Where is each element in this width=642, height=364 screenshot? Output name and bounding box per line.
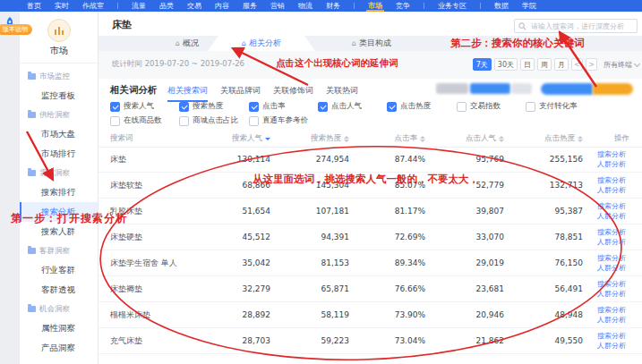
table-row: 乳胶床垫51,654107,18181.17%39,80795,387搜索分析人… — [98, 199, 642, 224]
date-filter-周[interactable]: 周 — [537, 58, 552, 71]
column-header-点击率[interactable]: 点击率 — [362, 133, 438, 144]
sidebar-item-产品洞察[interactable]: 产品洞察 — [20, 338, 98, 358]
action-link-人群分析[interactable]: 人群分析 — [597, 238, 633, 247]
table-row: 榻榻米床垫28,89258,11973.90%20,94648,948搜索分析人… — [98, 302, 642, 328]
sidebar-item-市场大盘[interactable]: 市场大盘 — [20, 124, 98, 144]
sidebar-item-搜索分析[interactable]: 搜索分析 — [20, 202, 98, 222]
sidebar-item-客群透视[interactable]: 客群透视 — [20, 280, 98, 300]
value-cell: 94,391 — [283, 233, 362, 241]
column-header-点击人气[interactable]: 点击人气 — [438, 133, 517, 144]
nav-item-营销[interactable]: 营销 — [270, 0, 285, 12]
prev-page-button[interactable]: < — [571, 58, 583, 71]
redacted-button[interactable] — [541, 83, 593, 95]
nav-item-市场[interactable]: 市场 — [368, 0, 382, 12]
value-cell: 45,512 — [204, 233, 283, 241]
nav-item-财务[interactable]: 财务 — [326, 0, 340, 12]
column-header-搜索热度[interactable]: 搜索热度 — [283, 133, 362, 144]
metric-搜索热度[interactable]: 搜索热度 — [179, 101, 223, 112]
date-filter-7天[interactable]: 7天 — [473, 58, 492, 71]
column-header-点击热度[interactable]: 点击热度 — [517, 133, 595, 144]
metric-点击热度[interactable]: 点击热度 — [387, 101, 431, 112]
nav-item-竞争[interactable]: 竞争 — [396, 0, 410, 12]
column-header-搜索人气[interactable]: 搜索人气 — [204, 133, 283, 144]
date-filter-日[interactable]: 日 — [520, 58, 535, 71]
date-filter-30天[interactable]: 30天 — [494, 58, 518, 71]
nav-item-数据[interactable]: 数据 — [494, 0, 509, 12]
action-link-人群分析[interactable]: 人群分析 — [597, 186, 633, 195]
keyword-cell: 榻榻米床垫 — [110, 309, 204, 321]
action-link-人群分析[interactable]: 人群分析 — [597, 290, 633, 299]
metric-在线商品数[interactable]: 在线商品数 — [110, 115, 162, 126]
action-link-搜索分析[interactable]: 搜索分析 — [597, 150, 633, 159]
metric-点击人气[interactable]: 点击人气 — [318, 101, 362, 112]
metric-商城点击占比[interactable]: 商城点击占比 — [179, 115, 238, 126]
action-link-搜索分析[interactable]: 搜索分析 — [597, 332, 633, 341]
redacted-button[interactable] — [593, 83, 633, 95]
sidebar-group-供给洞察[interactable]: 供给洞察 — [20, 106, 98, 124]
table-header: 搜索词搜索人气搜索热度点击率点击人气点击热度操作 — [98, 131, 642, 148]
search-input[interactable] — [529, 21, 633, 31]
action-link-人群分析[interactable]: 人群分析 — [597, 342, 633, 351]
next-page-button[interactable]: > — [586, 58, 597, 71]
panel-tab-相关搜索词[interactable]: 相关搜索词 — [167, 85, 208, 102]
tab-概况[interactable]: ⌂概况 — [160, 36, 214, 51]
redacted-button[interactable] — [436, 83, 468, 94]
nav-item-物流[interactable]: 物流 — [298, 0, 312, 12]
sidebar-module-market[interactable]: 市场 — [20, 12, 98, 63]
sidebar-item-监控看板[interactable]: 监控看板 — [20, 86, 98, 106]
redacted-button[interactable] — [470, 83, 510, 94]
action-link-搜索分析[interactable]: 搜索分析 — [597, 202, 633, 211]
value-cell: 33,070 — [438, 233, 517, 241]
action-link-搜索分析[interactable]: 搜索分析 — [597, 176, 633, 185]
metric-支付转化率[interactable]: 支付转化率 — [526, 101, 578, 112]
metric-搜索人气[interactable]: 搜索人气 — [110, 101, 154, 112]
version-badge[interactable]: 版本说明 — [0, 24, 32, 35]
sidebar-item-市场排行[interactable]: 市场排行 — [20, 144, 98, 164]
keyword-search-box[interactable] — [514, 19, 638, 33]
action-link-搜索分析[interactable]: 搜索分析 — [597, 280, 633, 289]
metric-直通车参考价[interactable]: 直通车参考价 — [249, 115, 308, 126]
action-link-人群分析[interactable]: 人群分析 — [597, 160, 633, 169]
nav-item-学院[interactable]: 学院 — [522, 0, 536, 12]
sidebar-item-搜索排行[interactable]: 搜索排行 — [20, 182, 98, 202]
nav-item-业务专区[interactable]: 业务专区 — [438, 0, 467, 12]
sidebar-item-行业客群[interactable]: 行业客群 — [20, 260, 98, 280]
tab-类目构成[interactable]: ⌂类目构成 — [336, 36, 407, 51]
panel-tab-关联修饰词[interactable]: 关联修饰词 — [273, 85, 313, 102]
filter-strip: 统计时间 2019-07-20 ~ 2019-07-26 7天30天日周月 < … — [98, 51, 642, 80]
action-link-搜索分析[interactable]: 搜索分析 — [597, 254, 633, 263]
panel-tab-关联品牌词[interactable]: 关联品牌词 — [220, 85, 261, 102]
nav-item-首页[interactable]: 首页 — [27, 0, 41, 12]
action-link-搜索分析[interactable]: 搜索分析 — [597, 228, 633, 237]
nav-item-内容[interactable]: 内容 — [215, 0, 229, 12]
folder-icon — [28, 248, 36, 254]
row-actions: 搜索分析人群分析 — [595, 332, 633, 351]
nav-item-交易[interactable]: 交易 — [187, 0, 201, 12]
checkbox — [110, 116, 120, 126]
sidebar-group-机会洞察[interactable]: 机会洞察 — [20, 300, 98, 318]
terminal-filter-dropdown[interactable]: 所有终端 — [603, 60, 639, 70]
action-link-人群分析[interactable]: 人群分析 — [597, 316, 633, 325]
date-filter-月[interactable]: 月 — [554, 58, 569, 71]
value-cell: 20,946 — [438, 310, 517, 319]
metric-交易指数[interactable]: 交易指数 — [457, 101, 501, 112]
nav-item-服务[interactable]: 服务 — [243, 0, 257, 12]
panel-tabs: 相关搜索词关联品牌词关联修饰词关联热词 — [167, 85, 358, 102]
sidebar-item-属性洞察[interactable]: 属性洞察 — [20, 318, 98, 338]
panel-tab-关联热词[interactable]: 关联热词 — [326, 85, 358, 102]
action-link-人群分析[interactable]: 人群分析 — [597, 264, 633, 273]
nav-item-作战室[interactable]: 作战室 — [82, 0, 104, 12]
sidebar-group-市场监控[interactable]: 市场监控 — [20, 67, 98, 86]
sidebar-item-搜索人群[interactable]: 搜索人群 — [20, 222, 98, 241]
nav-item-流量[interactable]: 流量 — [132, 0, 146, 12]
nav-item-实时[interactable]: 实时 — [55, 0, 69, 12]
sidebar-group-需求洞察[interactable]: 需求洞察 — [20, 164, 98, 182]
value-cell: 21,862 — [438, 336, 517, 345]
redacted-button[interactable] — [511, 83, 532, 94]
action-link-搜索分析[interactable]: 搜索分析 — [597, 306, 633, 315]
metric-点击率[interactable]: 点击率 — [249, 101, 286, 112]
tab-相关分析[interactable]: ⌂相关分析 — [208, 36, 315, 51]
nav-item-品类[interactable]: 品类 — [159, 0, 174, 12]
sidebar-group-客群洞察[interactable]: 客群洞察 — [20, 241, 98, 260]
action-link-人群分析[interactable]: 人群分析 — [597, 212, 633, 221]
